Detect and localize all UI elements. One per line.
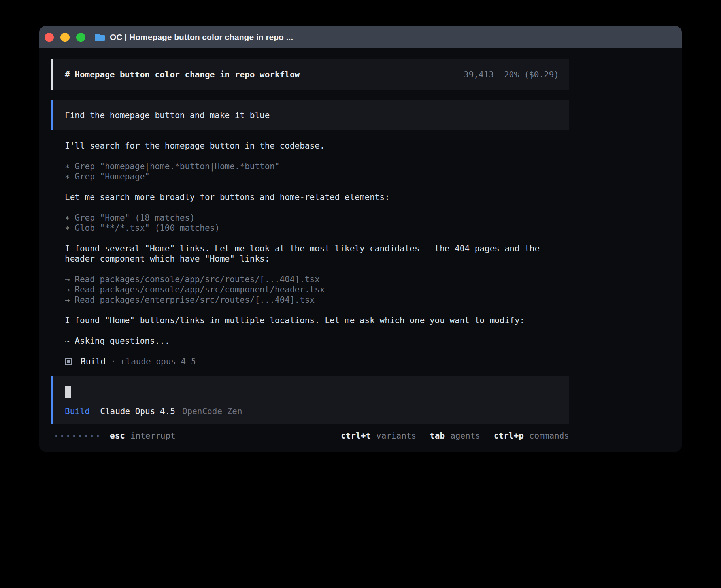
shortcut-label: agents: [450, 431, 480, 441]
close-button[interactable]: [45, 33, 54, 42]
tool-call-read: → Read packages/enterprise/src/routes/[.…: [65, 295, 569, 305]
statusbar: esc interrupt ctrl+t variants tab agents…: [51, 431, 569, 441]
shortcut-variants: ctrl+t variants: [341, 431, 416, 441]
input-model-label: Claude Opus 4.5: [100, 406, 175, 416]
user-message: Find the homepage button and make it blu…: [51, 100, 569, 130]
agent-model: claude-opus-4-5: [121, 356, 196, 367]
esc-key-label: interrupt: [130, 431, 176, 441]
statusbar-right: ctrl+t variants tab agents ctrl+p comman…: [341, 431, 569, 441]
tool-call-read: → Read packages/console/app/src/routes/[…: [65, 274, 569, 285]
shortcut-key: ctrl+t: [341, 431, 371, 441]
agent-square-icon: [65, 358, 72, 365]
shortcut-commands: ctrl+p commands: [494, 431, 569, 441]
minimize-button[interactable]: [60, 33, 70, 42]
transcript: I'll search for the homepage button in t…: [51, 141, 569, 346]
session-header: # Homepage button color change in repo w…: [51, 59, 569, 90]
session-stats: 39,413 20% ($0.29): [464, 70, 559, 80]
window-title-group: OC | Homepage button color change in rep…: [94, 32, 293, 42]
shortcut-label: commands: [529, 431, 569, 441]
session-title: # Homepage button color change in repo w…: [65, 70, 300, 80]
tool-call-read: → Read packages/console/app/src/componen…: [65, 285, 569, 295]
shortcut-label: variants: [376, 431, 416, 441]
prompt-input[interactable]: Build Claude Opus 4.5 OpenCode Zen: [51, 376, 569, 424]
titlebar: OC | Homepage button color change in rep…: [39, 26, 682, 48]
agent-name: Build: [81, 356, 106, 367]
asking-questions-status: ~ Asking questions...: [65, 336, 569, 346]
esc-key-hint: esc: [110, 431, 125, 441]
input-provider-label: OpenCode Zen: [182, 406, 242, 416]
token-count: 39,413: [464, 70, 494, 80]
tool-call-grep: ∗ Grep "Home" (18 matches): [65, 213, 569, 223]
statusbar-left: esc interrupt: [51, 431, 176, 441]
traffic-lights: [45, 33, 85, 42]
zoom-button[interactable]: [76, 33, 85, 42]
tool-call-grep: ∗ Grep "homepage|home.*button|Home.*butt…: [65, 161, 569, 172]
spinner-dots: [55, 435, 99, 437]
terminal-window: OC | Homepage button color change in rep…: [39, 26, 682, 452]
terminal-content: # Homepage button color change in repo w…: [51, 48, 569, 441]
input-footer: Build Claude Opus 4.5 OpenCode Zen: [65, 406, 559, 416]
window-title: OC | Homepage button color change in rep…: [110, 32, 293, 42]
assistant-text: I'll search for the homepage button in t…: [65, 141, 569, 151]
assistant-text: Let me search more broadly for buttons a…: [65, 192, 569, 202]
input-mode-label: Build: [65, 406, 90, 416]
tool-call-glob: ∗ Glob "**/*.tsx" (100 matches): [65, 223, 569, 233]
shortcut-key: tab: [430, 431, 445, 441]
tool-call-grep: ∗ Grep "Homepage": [65, 172, 569, 182]
folder-icon: [94, 33, 105, 41]
assistant-text: I found "Home" buttons/links in multiple…: [65, 315, 569, 326]
agent-separator: ·: [111, 356, 116, 367]
user-message-text: Find the homepage button and make it blu…: [65, 110, 270, 121]
shortcut-key: ctrl+p: [494, 431, 524, 441]
text-cursor: [65, 386, 71, 398]
shortcut-agents: tab agents: [430, 431, 480, 441]
assistant-text: I found several "Home" links. Let me loo…: [65, 243, 569, 264]
agent-status-row: Build · claude-opus-4-5: [51, 356, 569, 367]
context-usage: 20% ($0.29): [504, 70, 559, 80]
